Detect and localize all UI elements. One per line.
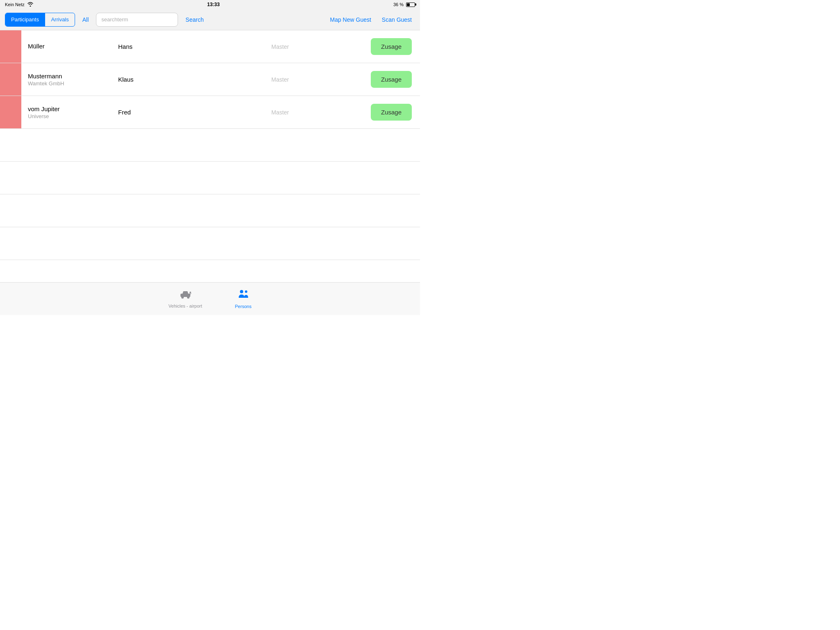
- col-name: Müller: [28, 43, 118, 50]
- empty-row: [0, 227, 420, 260]
- tab-bar: Vehicles - airport Persons: [0, 282, 420, 315]
- battery-icon: [406, 2, 415, 7]
- segmented-control: Participants Arrivals: [5, 13, 75, 27]
- zusage-button[interactable]: Zusage: [371, 104, 412, 121]
- company: Wamtek GmbH: [28, 80, 118, 87]
- tab-persons[interactable]: Persons: [235, 289, 251, 309]
- zusage-button[interactable]: Zusage: [371, 71, 412, 88]
- last-name: vom Jupiter: [28, 105, 118, 112]
- table-row: Mustermann Wamtek GmbH Klaus Master Zusa…: [0, 63, 420, 96]
- toolbar: Participants Arrivals All Search Map New…: [0, 9, 420, 30]
- search-button[interactable]: Search: [182, 16, 207, 23]
- search-input[interactable]: [96, 13, 178, 27]
- col-action: Zusage: [360, 38, 413, 55]
- status-right: 36 %: [393, 2, 415, 7]
- category: Master: [200, 109, 360, 116]
- last-name: Mustermann: [28, 73, 118, 80]
- map-new-guest-button[interactable]: Map New Guest: [326, 16, 374, 23]
- row-content: Müller Hans Master Zusage: [21, 34, 420, 59]
- svg-point-5: [245, 290, 247, 293]
- empty-row: [0, 129, 420, 162]
- category: Master: [200, 76, 360, 83]
- vehicles-airport-label: Vehicles - airport: [169, 304, 202, 308]
- network-label: Kein Netz: [5, 2, 25, 7]
- col-name: vom Jupiter Universe: [28, 105, 118, 119]
- svg-point-4: [240, 290, 243, 293]
- persons-icon: [237, 289, 249, 302]
- all-button[interactable]: All: [79, 16, 92, 23]
- col-name: Mustermann Wamtek GmbH: [28, 73, 118, 87]
- first-name: Fred: [118, 109, 200, 116]
- participant-list: Müller Hans Master Zusage Mustermann Wam…: [0, 30, 420, 282]
- battery-percent: 36 %: [393, 2, 404, 7]
- zusage-button[interactable]: Zusage: [371, 38, 412, 55]
- col-action: Zusage: [360, 71, 413, 88]
- svg-point-1: [181, 296, 184, 299]
- svg-point-2: [187, 296, 189, 299]
- category: Master: [200, 43, 360, 50]
- last-name: Müller: [28, 43, 118, 50]
- status-bar: Kein Netz 13:33 36 %: [0, 0, 420, 9]
- first-name: Hans: [118, 43, 200, 50]
- car-icon: [179, 289, 192, 302]
- arrivals-tab[interactable]: Arrivals: [45, 13, 74, 26]
- wifi-icon: [27, 2, 34, 7]
- svg-point-3: [189, 292, 191, 293]
- persons-label: Persons: [235, 304, 251, 309]
- row-indicator: [0, 30, 21, 63]
- main-content: Müller Hans Master Zusage Mustermann Wam…: [0, 30, 420, 282]
- status-left: Kein Netz: [5, 2, 34, 7]
- first-name: Klaus: [118, 76, 200, 83]
- empty-row: [0, 260, 420, 282]
- row-content: vom Jupiter Universe Fred Master Zusage: [21, 100, 420, 125]
- participants-tab[interactable]: Participants: [5, 13, 45, 26]
- company: Universe: [28, 113, 118, 119]
- time-display: 13:33: [207, 2, 220, 7]
- row-indicator: [0, 96, 21, 128]
- empty-row: [0, 162, 420, 194]
- scan-guest-button[interactable]: Scan Guest: [379, 16, 415, 23]
- row-indicator: [0, 63, 21, 96]
- row-content: Mustermann Wamtek GmbH Klaus Master Zusa…: [21, 67, 420, 92]
- table-row: Müller Hans Master Zusage: [0, 30, 420, 63]
- tab-vehicles-airport[interactable]: Vehicles - airport: [169, 289, 202, 308]
- empty-row: [0, 194, 420, 227]
- col-action: Zusage: [360, 104, 413, 121]
- table-row: vom Jupiter Universe Fred Master Zusage: [0, 96, 420, 129]
